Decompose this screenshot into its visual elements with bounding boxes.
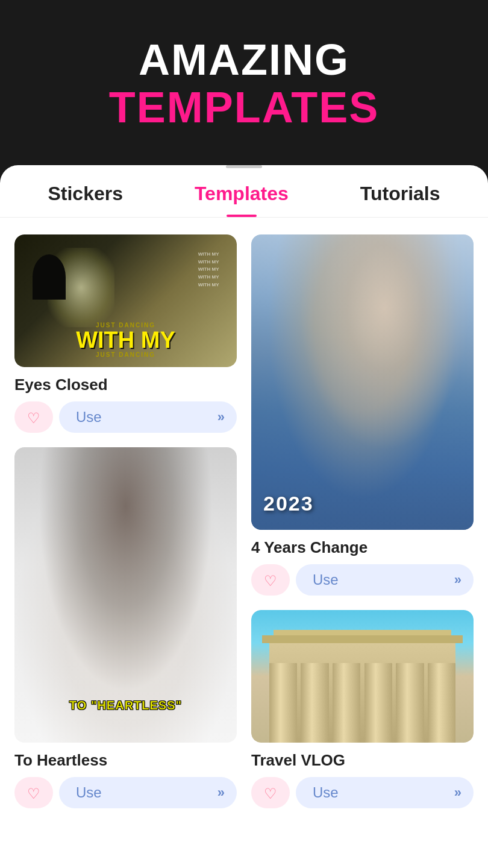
template-card-4years: 4 Years Change Use » [251, 234, 474, 596]
main-card: Stickers Templates Tutorials WITH MYWITH… [0, 165, 488, 868]
tab-bar: Stickers Templates Tutorials [0, 168, 488, 218]
header-title: AMAZING TEMPLATES [24, 36, 464, 131]
tab-tutorials[interactable]: Tutorials [360, 183, 440, 217]
dancing-thumb: WITH MYWITH MYWITH MYWITH MYWITH MY JUST… [14, 234, 237, 367]
use-button-travel[interactable]: Use » [296, 777, 474, 808]
travel-thumb [251, 610, 474, 743]
travel-col-2 [301, 663, 329, 743]
dancing-bottom-text: JUST DANCING WITH MY JUST DANCING [14, 322, 237, 358]
template-card-eyes-closed: WITH MYWITH MYWITH MYWITH MYWITH MY JUST… [14, 234, 237, 433]
template-card-heartless: To Heartless Use » [14, 447, 237, 808]
thumbnail-travel[interactable] [251, 610, 474, 743]
use-chevron-eyes-closed: » [217, 409, 225, 425]
like-button-4years[interactable] [251, 564, 290, 596]
left-column: WITH MYWITH MYWITH MYWITH MYWITH MY JUST… [14, 234, 237, 808]
action-row-travel: Use » [251, 777, 474, 808]
heart-icon-eyes-closed [26, 410, 42, 424]
use-label-travel: Use [313, 784, 339, 801]
heart-icon-travel [263, 785, 278, 800]
thumbnail-eyes-closed[interactable]: WITH MYWITH MYWITH MYWITH MYWITH MY JUST… [14, 234, 237, 367]
tab-stickers[interactable]: Stickers [48, 183, 123, 217]
tab-templates[interactable]: Templates [195, 183, 289, 217]
use-label-eyes-closed: Use [76, 409, 102, 426]
action-row-4years: Use » [251, 564, 474, 596]
travel-col-4 [364, 663, 393, 743]
thumbnail-heartless[interactable] [14, 447, 237, 743]
travel-col-3 [333, 663, 361, 743]
use-label-heartless: Use [76, 784, 102, 801]
use-button-4years[interactable]: Use » [296, 564, 474, 596]
use-button-heartless[interactable]: Use » [59, 777, 237, 808]
heart-icon-4years [263, 573, 278, 587]
use-chevron-heartless: » [217, 785, 225, 800]
header-title-word2: TEMPLATES [109, 83, 380, 131]
dancing-repeat-text: WITH MYWITH MYWITH MYWITH MYWITH MY [198, 251, 219, 289]
action-row-eyes-closed: Use » [14, 401, 237, 433]
action-row-heartless: Use » [14, 777, 237, 808]
travel-col-5 [396, 663, 424, 743]
header: AMAZING TEMPLATES [0, 0, 488, 156]
template-name-4years: 4 Years Change [251, 538, 474, 557]
header-title-word1: AMAZING [139, 36, 349, 84]
tattoo-guy-image [14, 447, 237, 743]
travel-top-detail [274, 630, 451, 635]
template-card-travel: Travel VLOG Use » [251, 610, 474, 808]
template-name-eyes-closed: Eyes Closed [14, 376, 237, 394]
like-button-heartless[interactable] [14, 777, 53, 808]
travel-col-6 [428, 663, 456, 743]
travel-roof [262, 635, 462, 643]
travel-col-1 [269, 663, 298, 743]
use-chevron-travel: » [454, 785, 461, 800]
use-button-eyes-closed[interactable]: Use » [59, 401, 237, 433]
use-chevron-4years: » [454, 572, 461, 588]
template-name-travel: Travel VLOG [251, 751, 474, 770]
travel-columns-row [269, 663, 456, 743]
like-button-eyes-closed[interactable] [14, 401, 53, 433]
heart-icon-heartless [26, 785, 42, 800]
just-dancing-bottom: JUST DANCING [14, 351, 237, 358]
like-button-travel[interactable] [251, 777, 290, 808]
with-my-text: WITH MY [14, 329, 237, 351]
use-label-4years: Use [313, 571, 339, 588]
dancing-silhouette [33, 254, 66, 300]
fashion-girl-image [251, 234, 474, 530]
template-name-heartless: To Heartless [14, 751, 237, 770]
template-grid: WITH MYWITH MYWITH MYWITH MYWITH MY JUST… [0, 218, 488, 825]
thumbnail-4years[interactable] [251, 234, 474, 530]
right-column: 4 Years Change Use » [251, 234, 474, 808]
